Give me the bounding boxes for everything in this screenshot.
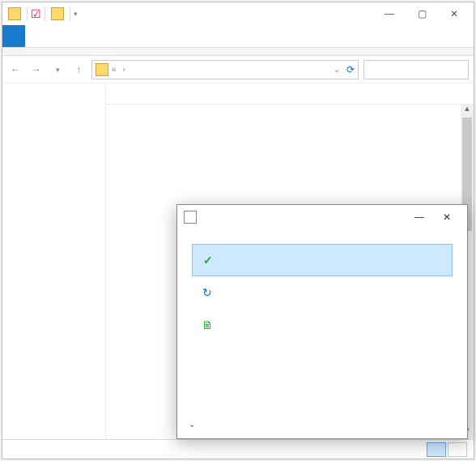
copy-conflict-dialog: — ✕ ✓ ↻ 🗎 ⌄ [176,204,468,439]
copy-icon [184,211,197,224]
ribbon-tabs: ⌃ [2,25,474,48]
skip-option[interactable]: ↻ [192,276,453,309]
check-icon: ✓ [201,254,215,267]
minimize-button[interactable]: — [373,2,406,25]
dialog-close-button[interactable]: ✕ [433,211,461,223]
chevron-down-icon: ⌄ [189,420,195,429]
search-input[interactable] [363,60,469,79]
folder-icon [96,63,108,76]
compare-icon: 🗎 [200,318,215,331]
chevron-down-icon[interactable]: ⌄ [334,65,340,74]
view-details-button[interactable] [427,442,446,457]
dialog-footer[interactable]: ⌄ [177,409,467,438]
folder-icon [51,7,64,20]
scroll-up-icon[interactable]: ▲ [461,105,474,117]
tab-file[interactable] [2,25,25,47]
column-headers [106,83,474,105]
up-button[interactable]: ↑ [70,64,87,75]
dropdown-icon[interactable]: ▾ [74,10,78,18]
ribbon-area [2,48,474,56]
dialog-minimize-button[interactable]: — [406,211,433,223]
back-button[interactable]: ← [7,64,23,75]
maximize-button[interactable]: ▢ [406,2,438,25]
nav-tree [2,83,106,439]
close-button[interactable]: ✕ [438,2,470,25]
replace-option[interactable]: ✓ [192,244,453,276]
tab-share[interactable] [48,25,70,47]
compare-option[interactable]: 🗎 [192,309,453,341]
recent-dropdown[interactable]: ▾ [49,66,66,74]
titlebar: ☑ ▾ — ▢ ✕ [2,2,474,25]
tab-view[interactable] [70,25,93,47]
nav-bar: ← → ▾ ↑ « › ⌄ ⟳ [2,56,474,83]
folder-icon [8,7,21,20]
skip-icon: ↻ [200,286,215,299]
view-toggle [427,442,467,457]
statusbar [2,439,474,459]
breadcrumb[interactable]: « › ⌄ ⟳ [91,60,359,79]
tab-home[interactable] [25,25,48,47]
check-icon[interactable]: ☑ [31,7,41,20]
forward-button[interactable]: → [28,64,45,75]
refresh-icon[interactable]: ⟳ [346,64,355,75]
view-icons-button[interactable] [448,442,467,457]
dialog-titlebar: — ✕ [177,205,467,229]
